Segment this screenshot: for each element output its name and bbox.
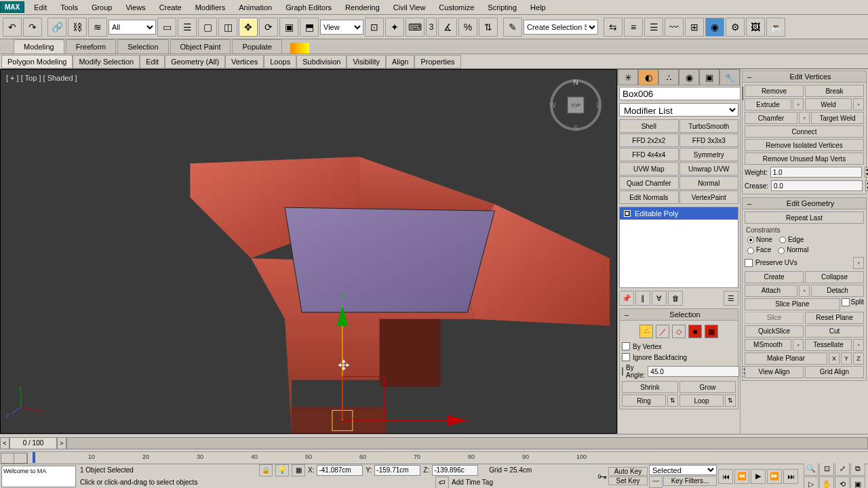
- set-key-button[interactable]: Set Key: [608, 476, 648, 485]
- check-ignore-backfacing[interactable]: [622, 353, 630, 361]
- render-button[interactable]: ☕: [766, 18, 785, 37]
- modbtn-shell[interactable]: Shell: [619, 119, 679, 133]
- add-time-tag[interactable]: Add Time Tag: [452, 479, 493, 486]
- cut-button[interactable]: Cut: [805, 325, 864, 338]
- ribbon-visibility[interactable]: Visibility: [347, 55, 386, 68]
- undo-button[interactable]: ↶: [3, 18, 22, 37]
- ring-button[interactable]: Ring: [622, 394, 666, 407]
- cp-tab-display[interactable]: ▣: [699, 69, 719, 85]
- check-by-vertex[interactable]: [622, 342, 630, 350]
- transform-type-in-icon[interactable]: ▦: [292, 464, 305, 476]
- rollout-toggle[interactable]: –: [623, 310, 631, 319]
- reset-plane-button[interactable]: Reset Plane: [805, 312, 864, 324]
- schematic-view-button[interactable]: ⊞: [685, 18, 704, 37]
- planar-y[interactable]: Y: [841, 352, 852, 365]
- rect-region-button[interactable]: ▢: [198, 18, 217, 37]
- menu-scripting[interactable]: Scripting: [481, 1, 524, 14]
- grow-button[interactable]: Grow: [679, 381, 736, 393]
- key-target-dropdown[interactable]: Selected: [649, 465, 717, 475]
- cp-tab-modify[interactable]: ◐: [638, 69, 658, 85]
- check-split[interactable]: [842, 298, 850, 306]
- menu-create[interactable]: Create: [153, 1, 189, 14]
- modbtn-ffd444[interactable]: FFD 4x4x4: [619, 148, 679, 161]
- window-crossing-button[interactable]: ◫: [218, 18, 237, 37]
- menu-rendering[interactable]: Rendering: [338, 1, 387, 14]
- target-weld-button[interactable]: Target Weld: [811, 112, 864, 124]
- cp-tab-utilities[interactable]: 🔧: [719, 69, 740, 85]
- ribbon-tab-selection[interactable]: Selection: [117, 39, 168, 54]
- repeat-last-button[interactable]: Repeat Last: [745, 211, 864, 224]
- select-rotate-button[interactable]: ⟳: [259, 18, 278, 37]
- menu-customize[interactable]: Customize: [432, 1, 481, 14]
- modbtn-ffd333[interactable]: FFD 3x3x3: [679, 134, 739, 147]
- chamfer-settings[interactable]: ▫: [799, 112, 810, 124]
- radio-edge[interactable]: [779, 237, 786, 243]
- planar-z[interactable]: Z: [853, 352, 864, 365]
- by-angle-field[interactable]: [648, 366, 739, 377]
- prev-frame-button[interactable]: ⏪: [734, 469, 749, 484]
- radio-normal[interactable]: [778, 247, 785, 254]
- rollout-toggle[interactable]: –: [745, 73, 753, 81]
- ribbon-polygon-modeling[interactable]: Polygon Modeling: [1, 55, 73, 68]
- break-button[interactable]: Break: [805, 85, 864, 97]
- time-tag-icon[interactable]: 🏷: [435, 476, 449, 489]
- ribbon-tab-freeform[interactable]: Freeform: [66, 39, 117, 54]
- next-frame-button[interactable]: ⏩: [767, 469, 782, 484]
- grid-align-button[interactable]: Grid Align: [805, 366, 864, 378]
- make-planar-button[interactable]: Make Planar: [745, 352, 827, 365]
- align-button[interactable]: ≡: [624, 18, 643, 37]
- subobj-vertex-icon[interactable]: ∴: [639, 325, 653, 338]
- chamfer-button[interactable]: Chamfer: [745, 112, 797, 124]
- cp-tab-create[interactable]: ✳: [618, 69, 638, 85]
- ribbon-subdivision[interactable]: Subdivision: [296, 55, 347, 68]
- remove-unused-button[interactable]: Remove Unused Map Verts: [745, 152, 864, 165]
- subobj-edge-icon[interactable]: ／: [656, 325, 669, 338]
- viewcube[interactable]: TOP N S W E: [549, 78, 603, 132]
- check-preserve-uvs[interactable]: [745, 259, 753, 267]
- ribbon-flare-icon[interactable]: [290, 43, 309, 54]
- ribbon-tab-populate[interactable]: Populate: [232, 39, 281, 54]
- quickslice-button[interactable]: QuickSlice: [745, 325, 804, 338]
- time-marker[interactable]: [33, 452, 35, 463]
- time-prev-button[interactable]: <: [0, 437, 9, 449]
- modifier-stack[interactable]: ■ Editable Poly: [619, 207, 738, 288]
- modbtn-ffd222[interactable]: FFD 2x2x2: [619, 134, 679, 147]
- bind-space-warp-button[interactable]: ≋: [88, 18, 107, 37]
- layers-button[interactable]: ☰: [644, 18, 663, 37]
- check-by-angle[interactable]: [622, 367, 623, 375]
- max-toggle-button[interactable]: ▣: [850, 476, 865, 488]
- angle-snap-button[interactable]: ∡: [438, 18, 457, 37]
- viewport-canvas[interactable]: y y x z: [1, 70, 616, 433]
- app-logo[interactable]: MAX: [0, 1, 24, 13]
- unlink-button[interactable]: ⛓: [68, 18, 87, 37]
- menu-help[interactable]: Help: [524, 1, 553, 14]
- planar-x[interactable]: X: [829, 352, 840, 365]
- ref-coord-dropdown[interactable]: View: [320, 20, 363, 35]
- time-slider-handle[interactable]: 0 / 100: [9, 437, 57, 449]
- pivot-center-button[interactable]: ⊡: [365, 18, 384, 37]
- ribbon-tab-object-paint[interactable]: Object Paint: [170, 39, 231, 54]
- lock-selection-icon[interactable]: 🔒: [259, 464, 273, 476]
- ribbon-edit[interactable]: Edit: [140, 55, 165, 68]
- remove-iso-button[interactable]: Remove Isolated Vertices: [745, 139, 864, 151]
- play-button[interactable]: ▶: [751, 469, 766, 484]
- collapse-button[interactable]: Collapse: [805, 271, 864, 283]
- y-field[interactable]: [374, 465, 420, 476]
- crease-field[interactable]: [771, 180, 863, 191]
- modbtn-turbosmooth[interactable]: TurboSmooth: [679, 119, 739, 133]
- menu-civil-view[interactable]: Civil View: [387, 1, 432, 14]
- subobj-border-icon[interactable]: ◇: [672, 325, 686, 338]
- modbtn-unwrapuvw[interactable]: Unwrap UVW: [679, 162, 739, 176]
- x-field[interactable]: [317, 465, 363, 476]
- ribbon-properties[interactable]: Properties: [414, 55, 460, 68]
- modbtn-editnormals[interactable]: Edit Normals: [619, 190, 679, 204]
- stack-config-button[interactable]: ☰: [724, 291, 738, 306]
- view-align-button[interactable]: View Align: [745, 366, 804, 378]
- subobj-polygon-icon[interactable]: ■: [688, 325, 702, 338]
- detach-button[interactable]: Detach: [811, 285, 864, 297]
- modbtn-symmetry[interactable]: Symmetry: [679, 148, 739, 161]
- msmooth-settings[interactable]: ▫: [793, 339, 804, 351]
- stack-remove-button[interactable]: 🗑: [668, 291, 683, 306]
- menu-animation[interactable]: Animation: [232, 1, 279, 14]
- extrude-settings[interactable]: ▫: [793, 98, 804, 110]
